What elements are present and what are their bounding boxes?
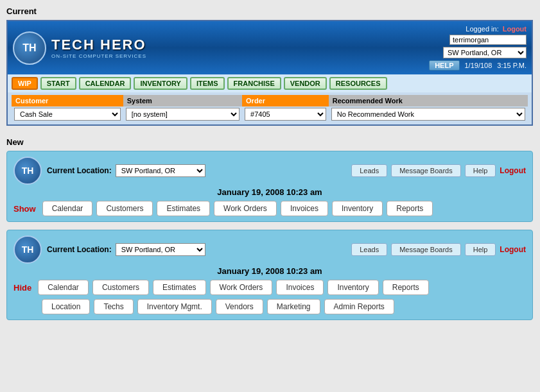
new-show-location-select[interactable]: SW Portland, OR [116,164,205,177]
table-row: Cash Sale [no system] #7405 [12,107,528,122]
current-box: TH TECH HERO ON-SITE COMPUTER SERVICES L… [6,20,533,126]
new-hide-date: January 19, 2008 10:23 am [13,266,526,276]
th-recommended: Recommended Work [329,95,528,107]
td-customer: Cash Sale [12,107,123,122]
date-display: 1/19/108 [465,62,492,69]
help-button[interactable]: HELP [429,60,459,71]
new-hide-estimates-button[interactable]: Estimates [153,280,206,295]
new-hide-logout-button[interactable]: Logout [500,245,526,254]
td-system: [no system] [123,107,242,122]
date-time-row: HELP 1/19/108 3:15 P.M. [429,60,527,71]
new-hide-panel: TH Current Location: SW Portland, OR Lea… [6,230,533,320]
new-show-logo-initials: TH [22,166,34,176]
new-hide-logo: TH [13,235,42,264]
nav-vendor-button[interactable]: VENDOR [284,77,327,90]
logo-subtitle: ON-SITE COMPUTER SERVICES [51,53,146,59]
new-hide-inventory-button[interactable]: Inventory [327,280,378,295]
logo-circle: TH [13,31,46,65]
recommended-select[interactable]: No Recommended Work [331,108,525,121]
new-hide-invoices-button[interactable]: Invoices [276,280,324,295]
header-right: Logged in: Logout SW Portland, OR HELP 1… [429,25,527,71]
logout-button[interactable]: Logout [503,25,527,33]
th-system: System [123,95,242,107]
new-hide-location-select[interactable]: SW Portland, OR [116,243,205,256]
new-hide-marketing-button[interactable]: Marketing [267,299,320,314]
nav-inventory-button[interactable]: INVENTORY [134,77,187,90]
th-order: Order [242,95,329,107]
logo-title: TECH HERO [51,37,146,53]
order-select[interactable]: #7405 [245,108,326,121]
new-hide-inventory-mgmt-button[interactable]: Inventory Mgmt. [137,299,212,314]
new-show-reports-button[interactable]: Reports [387,201,433,216]
new-show-leads-button[interactable]: Leads [351,164,387,177]
username-row [449,35,527,45]
new-hide-customers-button[interactable]: Customers [92,280,149,295]
new-hide-calendar-button[interactable]: Calendar [38,280,89,295]
location-select-current[interactable]: SW Portland, OR [443,47,527,58]
new-show-logout-button[interactable]: Logout [500,166,526,175]
new-show-location-label: Current Location: [47,166,112,175]
new-show-invoices-button[interactable]: Invoices [281,201,328,216]
new-hide-right-buttons: Leads Message Boards Help Logout [351,243,526,256]
new-hide-logo-initials: TH [22,244,34,255]
new-hide-location-button[interactable]: Location [42,299,90,314]
new-show-calendar-button[interactable]: Calendar [42,201,93,216]
current-section: Current TH TECH HERO ON-SITE COMPUTER SE… [6,6,534,126]
new-show-right-buttons: Leads Message Boards Help Logout [351,164,526,177]
new-hide-admin-reports-button[interactable]: Admin Reports [324,299,394,314]
location-row: SW Portland, OR [443,47,527,58]
nav-franchise-button[interactable]: FRANCHISE [227,77,281,90]
new-show-work-orders-button[interactable]: Work Orders [214,201,277,216]
new-hide-location-area: Current Location: SW Portland, OR [47,243,205,256]
logo-initials: TH [22,42,36,54]
new-section-label: New [6,137,534,147]
new-hide-vendors-button[interactable]: Vendors [216,299,263,314]
new-show-row1: TH Current Location: SW Portland, OR Lea… [13,157,526,185]
new-show-location-area: Current Location: SW Portland, OR [47,164,205,177]
new-hide-reports-button[interactable]: Reports [383,280,429,295]
new-hide-message-boards-button[interactable]: Message Boards [391,243,461,256]
new-hide-work-orders-button[interactable]: Work Orders [210,280,273,295]
new-show-customers-button[interactable]: Customers [96,201,153,216]
new-show-panel: TH Current Location: SW Portland, OR Lea… [6,151,533,222]
new-show-message-boards-button[interactable]: Message Boards [391,164,461,177]
new-show-logo: TH [13,157,42,185]
nav-resources-button[interactable]: RESOURCES [329,77,387,90]
th-customer: Customer [12,95,123,107]
new-hide-nav-row: Hide Calendar Customers Estimates Work O… [13,280,526,295]
current-table-area: Customer System Order Recommended Work C… [8,92,532,124]
system-select[interactable]: [no system] [126,108,240,121]
new-hide-location-label: Current Location: [47,245,112,254]
current-nav: WIP START CALENDAR INVENTORY ITEMS FRANC… [8,74,532,92]
show-label: Show [13,204,36,214]
new-show-nav-row: Show Calendar Customers Estimates Work O… [13,201,526,216]
nav-start-button[interactable]: START [40,77,76,90]
td-order: #7405 [242,107,329,122]
new-section: New TH Current Location: SW Portland, OR… [6,137,534,320]
new-hide-leads-button[interactable]: Leads [351,243,387,256]
new-hide-row1: TH Current Location: SW Portland, OR Lea… [13,235,526,264]
username-input[interactable] [449,35,527,45]
logged-in-label: Logged in: [466,25,498,33]
new-hide-help-button[interactable]: Help [465,243,496,256]
logged-in-row: Logged in: Logout [466,25,527,33]
td-recommended: No Recommended Work [329,107,528,122]
new-hide-techs-button[interactable]: Techs [94,299,133,314]
logo-text-area: TECH HERO ON-SITE COMPUTER SERVICES [51,37,146,59]
hide-label: Hide [13,283,31,293]
nav-wip-button[interactable]: WIP [12,77,38,90]
current-header: TH TECH HERO ON-SITE COMPUTER SERVICES L… [8,21,532,74]
current-table: Customer System Order Recommended Work C… [12,95,528,122]
nav-calendar-button[interactable]: CALENDAR [79,77,132,90]
customer-select[interactable]: Cash Sale [14,108,121,121]
new-show-estimates-button[interactable]: Estimates [157,201,210,216]
new-show-date: January 19, 2008 10:23 am [13,187,526,197]
new-hide-extra-row: Location Techs Inventory Mgmt. Vendors M… [13,299,526,314]
current-section-label: Current [6,6,534,16]
new-show-inventory-button[interactable]: Inventory [332,201,383,216]
nav-items-button[interactable]: ITEMS [190,77,225,90]
time-display: 3:15 P.M. [497,62,527,69]
new-show-help-button[interactable]: Help [465,164,496,177]
